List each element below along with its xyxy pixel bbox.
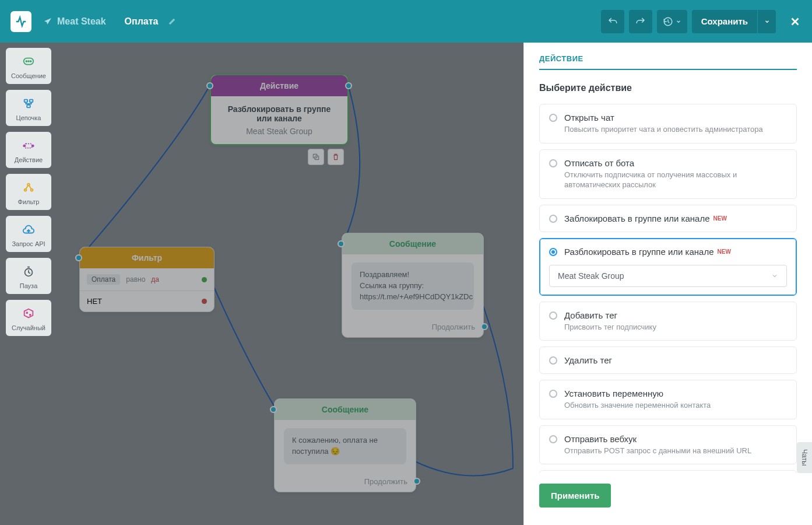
filter-val: да: [151, 275, 159, 284]
port-in[interactable]: [206, 82, 213, 89]
action-opt-unblock[interactable]: Разблокировать в группе или каналеNEW Me…: [539, 238, 797, 296]
port-out[interactable]: [481, 323, 488, 330]
node-action-sub: Meat Steak Group: [220, 127, 338, 136]
save-button-group: Сохранить: [692, 10, 776, 33]
svg-point-12: [27, 184, 30, 186]
tool-action[interactable]: Действие: [6, 132, 51, 168]
redo-button[interactable]: [629, 10, 652, 33]
action-opt-unsubscribe[interactable]: Отписать от бота Отключить подписчика от…: [539, 149, 797, 199]
svg-point-11: [32, 145, 34, 147]
close-button[interactable]: [789, 15, 802, 28]
save-button[interactable]: Сохранить: [692, 10, 757, 32]
tool-random[interactable]: Случайный: [6, 300, 51, 336]
chain-icon: [20, 97, 37, 110]
svg-point-5: [30, 61, 31, 62]
edit-icon[interactable]: [168, 18, 176, 26]
tool-api-label: Запрос API: [12, 240, 45, 247]
chevron-down-icon: [771, 272, 778, 279]
filter-icon: [20, 181, 37, 194]
node-filter-header: Фильтр: [80, 247, 214, 268]
tool-api[interactable]: Запрос API: [6, 216, 51, 252]
port-out[interactable]: [413, 478, 420, 485]
tool-action-label: Действие: [15, 156, 43, 163]
tool-chain-label: Цепочка: [16, 114, 41, 121]
action-options-list: Открыть чат Повысить приоритет чата и оп…: [539, 104, 797, 473]
filter-var: Оплата: [87, 274, 120, 285]
undo-button[interactable]: [601, 10, 624, 33]
tool-filter[interactable]: Фильтр: [6, 174, 51, 210]
history-icon: [663, 16, 673, 27]
node-message-fail[interactable]: Сообщение К сожалению, оплата не поступи…: [274, 398, 416, 492]
msg2-text: К сожалению, оплата не поступила 😔: [284, 428, 406, 464]
history-button[interactable]: [657, 10, 687, 33]
opt-desc: Отключить подписчика от получения массов…: [564, 170, 787, 190]
action-opt-open-chat[interactable]: Открыть чат Повысить приоритет чата и оп…: [539, 104, 797, 144]
node-toolbar: [308, 149, 344, 165]
svg-rect-7: [30, 100, 33, 103]
svg-point-4: [28, 61, 29, 62]
chats-tab[interactable]: Чаты: [797, 442, 812, 473]
pause-icon: [20, 265, 37, 278]
node-message-success[interactable]: Сообщение Поздравляем! Ссылка на группу:…: [342, 233, 484, 338]
filter-else-label: НЕТ: [87, 297, 102, 306]
filter-op: равно: [126, 275, 145, 284]
port-in[interactable]: [338, 240, 345, 247]
opt-desc: Повысить приоритет чата и оповестить адм…: [564, 124, 787, 135]
breadcrumb-bot[interactable]: Meat Steak: [43, 16, 106, 27]
node-msg2-body: К сожалению, оплата не поступила 😔: [275, 420, 416, 473]
tool-random-label: Случайный: [12, 324, 45, 331]
breadcrumb-flow[interactable]: Оплата: [125, 16, 176, 27]
action-settings-panel: ДЕЙСТВИЕ Выберите действие Открыть чат П…: [523, 43, 812, 525]
node-action[interactable]: Действие Разблокировать в группе или кан…: [210, 74, 349, 145]
radio-icon: [549, 114, 557, 122]
port-out[interactable]: [345, 82, 352, 89]
msg1-continue: Продолжить: [342, 318, 483, 337]
undo-icon: [607, 16, 618, 27]
msg2-continue: Продолжить: [275, 473, 416, 492]
tool-message[interactable]: Сообщение: [6, 48, 51, 84]
opt-title: Отправить вебхук: [564, 434, 787, 444]
copy-node-button[interactable]: [308, 149, 324, 165]
node-filter[interactable]: Фильтр Оплата равно да НЕТ: [79, 247, 215, 312]
header-actions: Сохранить: [601, 10, 802, 33]
flow-name-label: Оплата: [125, 16, 159, 27]
copy-icon: [312, 153, 320, 161]
breadcrumb: Meat Steak Оплата: [43, 16, 176, 27]
delete-node-button[interactable]: [328, 149, 344, 165]
msg1-text: Поздравляем! Ссылка на группу: https://t…: [351, 262, 474, 310]
opt-title: Заблокировать в группе или каналеNEW: [564, 214, 787, 223]
chevron-down-icon: [676, 19, 681, 24]
new-badge: NEW: [713, 215, 727, 222]
app-logo[interactable]: [10, 11, 31, 32]
port-in[interactable]: [75, 254, 82, 261]
random-icon: [20, 307, 37, 320]
action-opt-remove-tag[interactable]: Удалить тег: [539, 346, 797, 374]
tool-message-label: Сообщение: [11, 72, 46, 79]
node-action-title: Разблокировать в группе или канале: [220, 104, 338, 123]
node-filter-body: Оплата равно да НЕТ: [80, 268, 214, 312]
filter-port-no[interactable]: [202, 299, 207, 304]
action-opt-add-tag[interactable]: Добавить тег Присвоить тег подписчику: [539, 302, 797, 341]
radio-icon: [549, 312, 557, 320]
action-opt-webhook[interactable]: Отправить вебхук Отправить POST запрос с…: [539, 425, 797, 465]
svg-point-10: [23, 145, 25, 147]
panel-title: ДЕЙСТВИЕ: [539, 54, 797, 70]
group-select-dropdown[interactable]: Meat Steak Group: [549, 265, 787, 287]
svg-point-13: [24, 189, 27, 191]
port-in[interactable]: [270, 406, 277, 413]
radio-icon: [549, 159, 557, 167]
apply-button[interactable]: Применить: [539, 484, 611, 508]
tool-pause[interactable]: Пауза: [6, 258, 51, 294]
radio-icon: [549, 215, 557, 223]
radio-icon: [549, 248, 557, 256]
filter-else-row[interactable]: НЕТ: [80, 290, 214, 312]
tool-chain[interactable]: Цепочка: [6, 90, 51, 126]
action-opt-block[interactable]: Заблокировать в группе или каналеNEW: [539, 205, 797, 232]
dropdown-value: Meat Steak Group: [558, 271, 624, 281]
filter-port-yes[interactable]: [202, 277, 207, 282]
opt-title: Удалить тег: [564, 355, 787, 365]
filter-condition-row[interactable]: Оплата равно да: [80, 268, 214, 290]
api-icon: [20, 223, 37, 236]
action-opt-set-var[interactable]: Установить переменную Обновить значение …: [539, 380, 797, 419]
save-dropdown-button[interactable]: [757, 10, 776, 33]
